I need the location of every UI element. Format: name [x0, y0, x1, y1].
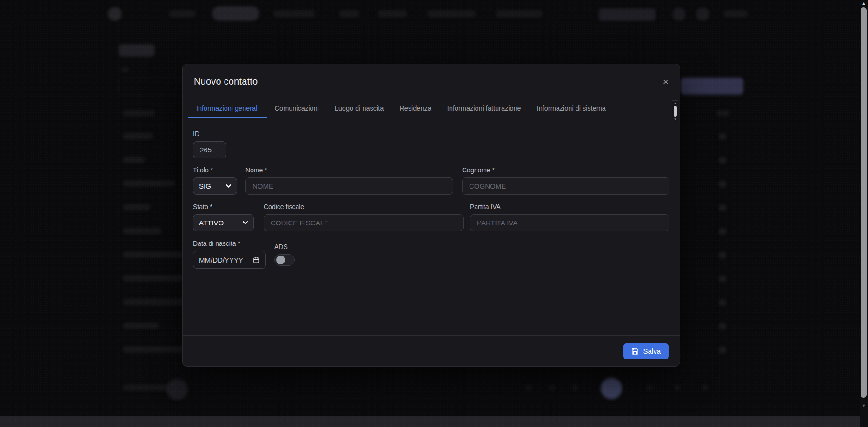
id-field	[193, 141, 226, 158]
row-action-icon	[719, 204, 726, 211]
ads-toggle[interactable]	[274, 254, 295, 266]
table-row	[123, 180, 175, 187]
scrollbar-up-icon[interactable]: ▲	[672, 102, 678, 105]
app-logo	[108, 7, 122, 21]
pagination-current-page	[601, 378, 622, 399]
codice-fiscale-field[interactable]	[264, 214, 464, 231]
stato-select[interactable]: ATTIVO	[193, 214, 254, 231]
nav-item	[378, 10, 407, 17]
nav-item	[339, 10, 359, 17]
titolo-select[interactable]: SIG.	[193, 177, 237, 195]
data-di-nascita-field[interactable]: MM/DD/YYYY	[193, 251, 266, 269]
modal-footer: Salva	[183, 335, 680, 366]
nav-item	[496, 10, 543, 17]
row-action-icon	[719, 228, 726, 235]
row-action-icon	[719, 299, 726, 306]
id-label: ID	[193, 131, 226, 137]
modal-title: Nuovo contatto	[194, 76, 258, 87]
nav-item-active-pill	[212, 6, 259, 21]
calendar-icon[interactable]	[253, 256, 260, 263]
nav-item	[169, 10, 196, 17]
modal-header: Nuovo contatto ×	[183, 64, 680, 99]
nav-item	[273, 10, 315, 17]
table-header	[123, 110, 155, 116]
navbar-icon	[672, 7, 686, 21]
table-row	[123, 204, 151, 210]
tab-informazioni-generali[interactable]: Informazioni generali	[188, 99, 267, 118]
page-title	[119, 44, 155, 57]
page-scrollbar[interactable]: ▲ ▼	[860, 0, 868, 427]
row-action-icon	[719, 322, 726, 330]
nome-field[interactable]	[245, 177, 453, 195]
pagination-item	[674, 385, 681, 390]
user-menu	[599, 8, 656, 21]
ads-label: ADS	[274, 243, 295, 250]
tab-residenza[interactable]: Residenza	[391, 99, 439, 118]
pagination-item	[572, 385, 578, 390]
cognome-field[interactable]	[462, 177, 669, 195]
new-contact-modal: Nuovo contatto × Informazioni generali C…	[182, 64, 680, 367]
nome-label: Nome *	[245, 167, 453, 173]
modal-tabbar: Informazioni generali Comunicazioni Luog…	[183, 99, 680, 118]
partita-iva-label: Partita IVA	[470, 204, 669, 210]
table-row	[123, 133, 153, 139]
toggle-knob	[276, 256, 285, 264]
chevron-down-icon	[243, 221, 248, 224]
date-value: MM/DD/YYYY	[199, 256, 243, 264]
tab-comunicazioni[interactable]: Comunicazioni	[267, 99, 327, 118]
tab-luogo-di-nascita[interactable]: Luogo di nascita	[327, 99, 392, 118]
close-icon[interactable]: ×	[663, 77, 669, 86]
scrollbar-down-icon[interactable]: ▼	[860, 403, 868, 408]
save-button-label: Salva	[643, 347, 661, 355]
table-row	[123, 322, 159, 329]
navbar-icon	[696, 7, 709, 21]
stato-label: Stato *	[193, 204, 254, 210]
data-di-nascita-label: Data di nascita *	[193, 240, 266, 247]
language-selector	[723, 10, 748, 17]
tab-informazioni-fatturazione[interactable]: Informazioni fatturazione	[439, 99, 529, 118]
titolo-select-value: SIG.	[199, 182, 213, 190]
pagination-item	[702, 385, 709, 390]
modal-body: ID Titolo * SIG. Nome * Cognome * Stato …	[183, 118, 680, 335]
tab-informazioni-di-sistema[interactable]: Informazioni di sistema	[529, 99, 614, 118]
row-action-icon	[719, 157, 726, 164]
cognome-label: Cognome *	[462, 167, 669, 173]
row-action-icon	[719, 346, 726, 354]
scrollbar-thumb[interactable]	[861, 7, 867, 398]
breadcrumb	[121, 68, 129, 72]
row-action-icon	[719, 275, 726, 282]
partita-iva-field[interactable]	[470, 214, 669, 231]
row-action-icon	[719, 133, 726, 140]
pagination-item	[646, 385, 653, 390]
scrollbar-thumb[interactable]	[674, 106, 677, 117]
row-action-icon	[719, 180, 726, 188]
per-page-selector	[166, 379, 188, 400]
table-row	[123, 228, 162, 234]
row-action-icon	[719, 251, 726, 259]
titolo-label: Titolo *	[193, 167, 237, 173]
stato-select-value: ATTIVO	[199, 219, 224, 227]
pagination-item	[525, 385, 532, 390]
chevron-down-icon	[226, 184, 231, 188]
save-button[interactable]: Salva	[623, 343, 669, 359]
codice-fiscale-label: Codice fiscale	[264, 204, 464, 210]
new-contact-button	[681, 78, 743, 95]
pagination-item	[549, 385, 555, 390]
page-footer-bar	[0, 416, 860, 427]
nav-item	[427, 10, 476, 17]
table-row	[123, 157, 145, 163]
save-icon	[631, 348, 639, 355]
scrollbar-up-icon[interactable]: ▲	[860, 1, 868, 6]
table-header	[716, 110, 730, 116]
